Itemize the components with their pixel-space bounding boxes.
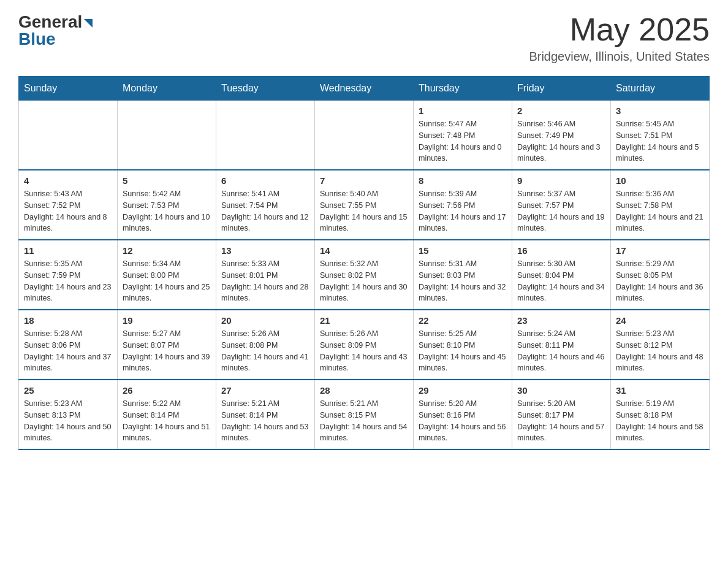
calendar-cell: 9Sunrise: 5:37 AM Sunset: 7:57 PM Daylig… xyxy=(512,170,611,240)
day-number: 24 xyxy=(616,315,704,326)
logo-arrow-icon xyxy=(84,19,93,28)
calendar-cell: 14Sunrise: 5:32 AM Sunset: 8:02 PM Dayli… xyxy=(315,240,414,310)
day-info: Sunrise: 5:33 AM Sunset: 8:01 PM Dayligh… xyxy=(221,258,309,304)
day-number: 29 xyxy=(419,385,507,396)
day-number: 23 xyxy=(517,315,605,326)
calendar-cell: 17Sunrise: 5:29 AM Sunset: 8:05 PM Dayli… xyxy=(611,240,710,310)
calendar-cell: 15Sunrise: 5:31 AM Sunset: 8:03 PM Dayli… xyxy=(414,240,512,310)
calendar-cell: 19Sunrise: 5:27 AM Sunset: 8:07 PM Dayli… xyxy=(118,310,216,380)
day-number: 28 xyxy=(320,385,408,396)
calendar-cell: 27Sunrise: 5:21 AM Sunset: 8:14 PM Dayli… xyxy=(216,380,315,450)
day-number: 5 xyxy=(123,175,211,186)
day-info: Sunrise: 5:27 AM Sunset: 8:07 PM Dayligh… xyxy=(123,328,211,374)
weekday-header-row: SundayMondayTuesdayWednesdayThursdayFrid… xyxy=(19,77,710,101)
day-info: Sunrise: 5:31 AM Sunset: 8:03 PM Dayligh… xyxy=(419,258,507,304)
calendar-cell: 2Sunrise: 5:46 AM Sunset: 7:49 PM Daylig… xyxy=(512,101,611,170)
weekday-header-sunday: Sunday xyxy=(19,77,118,101)
calendar-cell: 31Sunrise: 5:19 AM Sunset: 8:18 PM Dayli… xyxy=(611,380,710,450)
calendar-week-row: 4Sunrise: 5:43 AM Sunset: 7:52 PM Daylig… xyxy=(19,170,710,240)
day-number: 10 xyxy=(616,175,704,186)
calendar-week-row: 1Sunrise: 5:47 AM Sunset: 7:48 PM Daylig… xyxy=(19,101,710,170)
day-info: Sunrise: 5:21 AM Sunset: 8:14 PM Dayligh… xyxy=(221,398,309,444)
day-number: 13 xyxy=(221,245,309,256)
location-text: Bridgeview, Illinois, United States xyxy=(529,50,710,64)
weekday-header-wednesday: Wednesday xyxy=(315,77,414,101)
calendar-cell: 6Sunrise: 5:41 AM Sunset: 7:54 PM Daylig… xyxy=(216,170,315,240)
calendar-cell: 25Sunrise: 5:23 AM Sunset: 8:13 PM Dayli… xyxy=(19,380,118,450)
day-number: 20 xyxy=(221,315,309,326)
day-number: 2 xyxy=(517,105,605,116)
day-info: Sunrise: 5:23 AM Sunset: 8:12 PM Dayligh… xyxy=(616,328,704,374)
day-number: 26 xyxy=(123,385,211,396)
day-info: Sunrise: 5:26 AM Sunset: 8:08 PM Dayligh… xyxy=(221,328,309,374)
day-number: 1 xyxy=(419,105,507,116)
calendar-cell: 13Sunrise: 5:33 AM Sunset: 8:01 PM Dayli… xyxy=(216,240,315,310)
calendar-cell xyxy=(118,101,216,170)
weekday-header-saturday: Saturday xyxy=(611,77,710,101)
day-info: Sunrise: 5:41 AM Sunset: 7:54 PM Dayligh… xyxy=(221,188,309,234)
day-number: 18 xyxy=(24,315,112,326)
calendar-cell: 26Sunrise: 5:22 AM Sunset: 8:14 PM Dayli… xyxy=(118,380,216,450)
page-header: General Blue May 2025 Bridgeview, Illino… xyxy=(18,12,710,64)
day-number: 19 xyxy=(123,315,211,326)
calendar-cell: 4Sunrise: 5:43 AM Sunset: 7:52 PM Daylig… xyxy=(19,170,118,240)
calendar-cell: 22Sunrise: 5:25 AM Sunset: 8:10 PM Dayli… xyxy=(414,310,512,380)
weekday-header-friday: Friday xyxy=(512,77,611,101)
day-info: Sunrise: 5:22 AM Sunset: 8:14 PM Dayligh… xyxy=(123,398,211,444)
day-number: 21 xyxy=(320,315,408,326)
day-number: 22 xyxy=(419,315,507,326)
day-number: 8 xyxy=(419,175,507,186)
day-number: 11 xyxy=(24,245,112,256)
day-info: Sunrise: 5:36 AM Sunset: 7:58 PM Dayligh… xyxy=(616,188,704,234)
day-info: Sunrise: 5:20 AM Sunset: 8:16 PM Dayligh… xyxy=(419,398,507,444)
calendar-cell: 28Sunrise: 5:21 AM Sunset: 8:15 PM Dayli… xyxy=(315,380,414,450)
day-number: 25 xyxy=(24,385,112,396)
calendar-week-row: 18Sunrise: 5:28 AM Sunset: 8:06 PM Dayli… xyxy=(19,310,710,380)
day-info: Sunrise: 5:29 AM Sunset: 8:05 PM Dayligh… xyxy=(616,258,704,304)
day-number: 12 xyxy=(123,245,211,256)
calendar-week-row: 11Sunrise: 5:35 AM Sunset: 7:59 PM Dayli… xyxy=(19,240,710,310)
weekday-header-tuesday: Tuesday xyxy=(216,77,315,101)
day-info: Sunrise: 5:25 AM Sunset: 8:10 PM Dayligh… xyxy=(419,328,507,374)
day-info: Sunrise: 5:34 AM Sunset: 8:00 PM Dayligh… xyxy=(123,258,211,304)
calendar-cell xyxy=(216,101,315,170)
day-number: 16 xyxy=(517,245,605,256)
day-info: Sunrise: 5:26 AM Sunset: 8:09 PM Dayligh… xyxy=(320,328,408,374)
day-number: 15 xyxy=(419,245,507,256)
calendar-cell: 7Sunrise: 5:40 AM Sunset: 7:55 PM Daylig… xyxy=(315,170,414,240)
calendar-cell: 1Sunrise: 5:47 AM Sunset: 7:48 PM Daylig… xyxy=(414,101,512,170)
day-info: Sunrise: 5:42 AM Sunset: 7:53 PM Dayligh… xyxy=(123,188,211,234)
day-info: Sunrise: 5:20 AM Sunset: 8:17 PM Dayligh… xyxy=(517,398,605,444)
title-section: May 2025 Bridgeview, Illinois, United St… xyxy=(529,12,710,64)
day-number: 7 xyxy=(320,175,408,186)
logo: General Blue xyxy=(18,12,93,49)
calendar-cell: 10Sunrise: 5:36 AM Sunset: 7:58 PM Dayli… xyxy=(611,170,710,240)
day-number: 4 xyxy=(24,175,112,186)
day-info: Sunrise: 5:28 AM Sunset: 8:06 PM Dayligh… xyxy=(24,328,112,374)
day-info: Sunrise: 5:19 AM Sunset: 8:18 PM Dayligh… xyxy=(616,398,704,444)
day-number: 9 xyxy=(517,175,605,186)
calendar-cell: 29Sunrise: 5:20 AM Sunset: 8:16 PM Dayli… xyxy=(414,380,512,450)
day-number: 27 xyxy=(221,385,309,396)
calendar-cell: 12Sunrise: 5:34 AM Sunset: 8:00 PM Dayli… xyxy=(118,240,216,310)
day-number: 30 xyxy=(517,385,605,396)
day-info: Sunrise: 5:45 AM Sunset: 7:51 PM Dayligh… xyxy=(616,118,704,164)
day-info: Sunrise: 5:21 AM Sunset: 8:15 PM Dayligh… xyxy=(320,398,408,444)
day-info: Sunrise: 5:43 AM Sunset: 7:52 PM Dayligh… xyxy=(24,188,112,234)
calendar-cell xyxy=(19,101,118,170)
calendar-cell: 30Sunrise: 5:20 AM Sunset: 8:17 PM Dayli… xyxy=(512,380,611,450)
day-number: 3 xyxy=(616,105,704,116)
calendar-week-row: 25Sunrise: 5:23 AM Sunset: 8:13 PM Dayli… xyxy=(19,380,710,450)
calendar-cell: 5Sunrise: 5:42 AM Sunset: 7:53 PM Daylig… xyxy=(118,170,216,240)
logo-blue-text: Blue xyxy=(18,29,56,49)
calendar-cell: 24Sunrise: 5:23 AM Sunset: 8:12 PM Dayli… xyxy=(611,310,710,380)
day-info: Sunrise: 5:39 AM Sunset: 7:56 PM Dayligh… xyxy=(419,188,507,234)
calendar-cell: 11Sunrise: 5:35 AM Sunset: 7:59 PM Dayli… xyxy=(19,240,118,310)
weekday-header-monday: Monday xyxy=(118,77,216,101)
calendar-header: SundayMondayTuesdayWednesdayThursdayFrid… xyxy=(19,77,710,101)
day-info: Sunrise: 5:46 AM Sunset: 7:49 PM Dayligh… xyxy=(517,118,605,164)
day-number: 17 xyxy=(616,245,704,256)
calendar-cell: 16Sunrise: 5:30 AM Sunset: 8:04 PM Dayli… xyxy=(512,240,611,310)
day-info: Sunrise: 5:35 AM Sunset: 7:59 PM Dayligh… xyxy=(24,258,112,304)
calendar-cell: 23Sunrise: 5:24 AM Sunset: 8:11 PM Dayli… xyxy=(512,310,611,380)
